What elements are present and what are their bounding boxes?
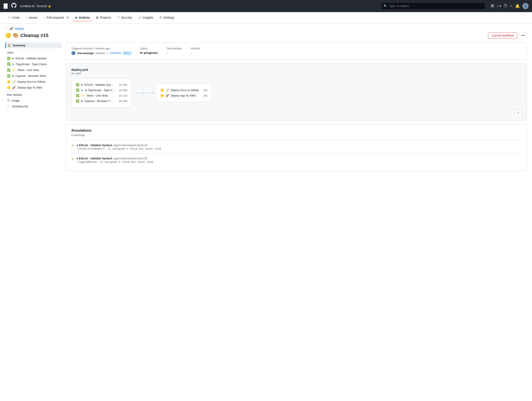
deployaws-diagram-name: Deploy App To AWS bbox=[171, 94, 196, 97]
branch-badge: main bbox=[123, 51, 132, 55]
diagram-eslint-time: 1m 34s bbox=[119, 83, 127, 86]
insights-icon: 📈 bbox=[138, 16, 142, 19]
job-card-item-vitest[interactable]: ✅ ⚡ Vitest - Unit Tests 1m 21s bbox=[76, 93, 127, 98]
commit-hash: 162e835 bbox=[110, 51, 121, 55]
deploydocs-dot-icon: 📝 bbox=[12, 80, 16, 83]
nav-settings-label: Settings bbox=[163, 16, 174, 19]
workflow-diagram: ✅ ● ESLint - Validate Syn… 1m 34s ✅ ts t… bbox=[71, 78, 521, 107]
search-placeholder-text: Type / to search bbox=[389, 4, 409, 8]
artifacts-col: Artifacts – bbox=[191, 47, 200, 54]
diagram-ts-dot: ts bbox=[81, 89, 83, 92]
hamburger-menu-button[interactable]: ☰ bbox=[3, 3, 8, 9]
nav-actions-label: Actions bbox=[79, 16, 90, 19]
pusher-avatar: 👤 bbox=[71, 51, 76, 55]
search-icon: 🔍 bbox=[384, 4, 387, 8]
fullscreen-button[interactable]: ⛶ bbox=[500, 110, 507, 116]
deployaws-status-icon: 🟡 bbox=[7, 86, 10, 89]
nav-code-label: Code bbox=[12, 16, 19, 19]
sidebar-job-deployaws[interactable]: 🟡 🚀 Deploy App To AWS bbox=[5, 85, 62, 90]
sidebar: 🏠 Summary Jobs ✅ ● ESLint - Validate Syn… bbox=[5, 43, 62, 171]
duration-col: Total duration – bbox=[166, 47, 182, 54]
diagram-ts-status: ✅ bbox=[76, 88, 79, 92]
eslint-dot-icon: ● bbox=[12, 57, 14, 60]
lock-icon: 🔒 bbox=[48, 5, 51, 8]
nav-insights-label: Insights bbox=[143, 16, 153, 19]
nav-insights[interactable]: 📈 Insights bbox=[136, 14, 156, 21]
vitest-dot-icon: ⚡ bbox=[12, 69, 16, 72]
usage-icon: ⏱ bbox=[7, 99, 10, 102]
run-details-title: Run details bbox=[5, 93, 62, 96]
vitest-status-icon: ✅ bbox=[7, 69, 10, 72]
diagram-cypress-status: ✅ bbox=[76, 99, 79, 103]
diagram-vitest-name: Vitest - Unit Tests bbox=[86, 94, 108, 97]
sidebar-job-eslint[interactable]: ✅ ● ESLint - Validate Syntaxt bbox=[5, 56, 62, 61]
zoom-controls: ⛶ – + bbox=[71, 110, 521, 116]
pull-requests-icon-button[interactable]: ⑃ bbox=[510, 4, 513, 8]
nav-projects[interactable]: ▦ Projects bbox=[93, 14, 114, 21]
terminal-button[interactable]: ⌘ bbox=[490, 4, 494, 8]
breadcrumb-link[interactable]: Deploy bbox=[14, 27, 24, 30]
status-value: In progress bbox=[140, 51, 158, 55]
artifacts-label: Artifacts bbox=[191, 47, 200, 50]
nav-projects-label: Projects bbox=[100, 16, 111, 19]
job-card-item-eslint[interactable]: ✅ ● ESLint - Validate Syn… 1m 34s bbox=[76, 82, 127, 88]
nav-settings[interactable]: ⚙ Settings bbox=[157, 14, 177, 21]
nav-pulls[interactable]: ⑃ Pull requests 4 bbox=[41, 14, 72, 21]
sidebar-job-deploydocs[interactable]: 🟡 📝 Deploy Docs to Github bbox=[5, 79, 62, 85]
deploydocs-diagram-status: 🟡 bbox=[160, 88, 164, 92]
zoom-out-button[interactable]: – bbox=[508, 110, 514, 116]
diagram-eslint-name: ESLint - Validate Syn… bbox=[84, 83, 114, 86]
trigger-meta-col: Triggered via push 5 minutes ago 👤 there… bbox=[71, 47, 132, 55]
run-title-emoji: 🎨 bbox=[13, 33, 19, 38]
duration-label: Total duration bbox=[166, 47, 182, 50]
more-options-button[interactable]: ••• bbox=[519, 32, 527, 39]
job-card-item-cypress[interactable]: ✅ ● Cypress - Browser T… 4m 22s bbox=[76, 98, 127, 104]
issues-icon-button[interactable]: ⏱ bbox=[504, 4, 507, 8]
zoom-in-button[interactable]: + bbox=[515, 110, 521, 116]
deploydocs-job-label: Deploy Docs to Github bbox=[17, 80, 45, 83]
repo-path: LexMed-AI / lexmed 🔒 bbox=[20, 4, 51, 8]
summary-home-icon: 🏠 bbox=[8, 44, 11, 47]
pushed-text: pushed bbox=[95, 51, 105, 55]
workflow-trigger: on: push bbox=[71, 72, 521, 75]
deploy-docs-item[interactable]: 🟡 📝 Deploy Docs to Github 18s bbox=[160, 88, 208, 93]
code-icon: <> bbox=[8, 16, 11, 19]
annotation-file-1: app/routes/reports.tsx#L35 bbox=[114, 157, 147, 160]
notifications-button[interactable]: 🔔 bbox=[515, 4, 520, 8]
sidebar-usage[interactable]: ⏱ Usage bbox=[5, 98, 62, 104]
workflow-filename: deploy.yml bbox=[71, 68, 521, 71]
deployaws-dot-icon: 🚀 bbox=[12, 86, 16, 89]
job-card-item-typescript[interactable]: ✅ ts ts TypeScript - Type C… 1m 58s bbox=[76, 88, 127, 93]
diagram-cypress-dot: ● bbox=[81, 99, 83, 103]
repo-link[interactable]: lexmed bbox=[37, 4, 47, 8]
nav-actions[interactable]: ▶ Actions bbox=[73, 14, 93, 21]
sidebar-item-summary[interactable]: 🏠 Summary bbox=[5, 43, 62, 48]
settings-icon: ⚙ bbox=[159, 16, 162, 19]
cancel-workflow-button[interactable]: Cancel workflow bbox=[488, 32, 518, 39]
trigger-meta-detail: 👤 therealsiege pushed ⑃ 162e835 main bbox=[71, 51, 132, 55]
sidebar-job-vitest[interactable]: ✅ ⚡ Vitest - Unit Tests bbox=[5, 67, 62, 73]
run-title-text: Cleanup #15 bbox=[20, 33, 49, 38]
breadcrumb: ← 🚀 Deploy bbox=[5, 27, 527, 30]
eslint-status-icon: ✅ bbox=[7, 57, 10, 60]
create-new-button[interactable]: + ▾ bbox=[497, 4, 501, 8]
annotation-body-1: ● ESLint - Validate Syntaxt: app/routes/… bbox=[76, 157, 521, 163]
sidebar-job-cypress[interactable]: ✅ ● Cypress - Browser Tests bbox=[5, 73, 62, 79]
run-title: 🟡 🎨 Cleanup #15 bbox=[5, 33, 49, 38]
diagram-cypress-time: 4m 22s bbox=[119, 100, 127, 103]
nav-code[interactable]: <> Code bbox=[5, 14, 22, 21]
deploy-aws-item[interactable]: 🟡 🚀 Deploy App To AWS 19s bbox=[160, 93, 208, 98]
nav-actions-right: ⌘ + ▾ ⏱ ⑃ 🔔 👤 bbox=[490, 3, 529, 9]
run-header: 🟡 🎨 Cleanup #15 Cancel workflow ••• bbox=[5, 32, 527, 39]
user-avatar[interactable]: 👤 bbox=[522, 3, 529, 9]
search-box[interactable]: 🔍 Type / to search bbox=[381, 3, 485, 10]
diagram-vitest-time: 1m 21s bbox=[119, 94, 127, 97]
sidebar-workflow-file[interactable]: 📄 Workflow file bbox=[5, 104, 62, 109]
pulls-badge: 4 bbox=[65, 16, 69, 19]
nav-security[interactable]: 🛡 Security bbox=[114, 14, 135, 21]
nav-issues[interactable]: ○ Issues bbox=[23, 14, 40, 21]
org-link[interactable]: LexMed-AI bbox=[20, 4, 35, 8]
artifacts-value: – bbox=[191, 51, 200, 54]
sidebar-job-typescript[interactable]: ✅ ts TypeScript - Type Check bbox=[5, 61, 62, 67]
triggered-text: Triggered via push 5 minutes ago bbox=[71, 47, 132, 50]
